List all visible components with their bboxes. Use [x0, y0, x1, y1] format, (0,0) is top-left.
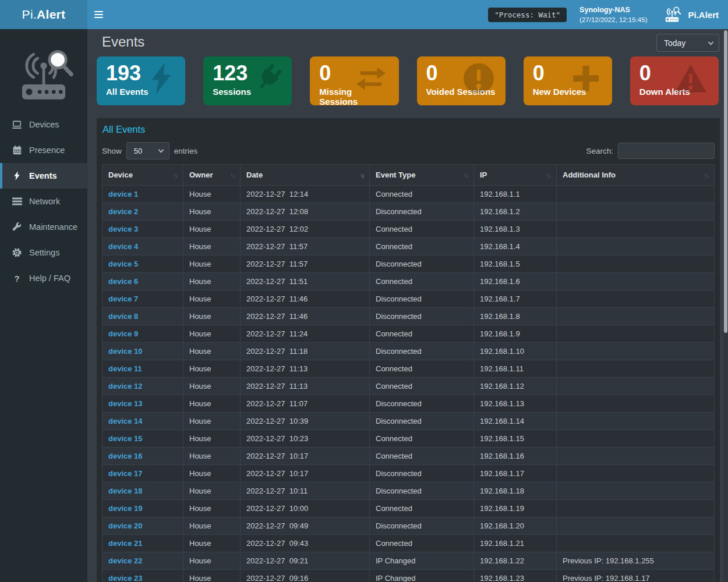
table-controls: Show 50 entries Search: — [102, 142, 715, 159]
date-cell: 2022-12-27 12:08 — [241, 203, 370, 221]
hamburger-menu-icon[interactable] — [94, 7, 109, 22]
table-row: device 2House2022-12-27 12:08Disconnecte… — [103, 203, 715, 221]
event-type-cell: Disconnected — [370, 255, 474, 273]
period-select[interactable]: Today — [656, 34, 719, 52]
column-header-additional-info[interactable]: Additional Info↑↓ — [557, 165, 715, 186]
device-link[interactable]: device 16 — [108, 452, 143, 460]
event-type-cell: Disconnected — [370, 413, 474, 430]
device-link[interactable]: device 5 — [108, 260, 138, 268]
sidebar-item-events[interactable]: Events — [0, 163, 87, 189]
column-header-event-type[interactable]: Event Type↑↓ — [370, 165, 474, 186]
device-link[interactable]: device 6 — [108, 277, 138, 286]
page-length-wrap: 50 — [126, 142, 169, 159]
device-link[interactable]: device 7 — [108, 294, 138, 303]
period-select-wrap: Today — [656, 34, 719, 52]
page-title: Events — [102, 34, 144, 50]
owner-cell: House — [183, 395, 241, 413]
navbar-app-link[interactable]: Pi.Alert — [661, 5, 719, 25]
sidebar-item-help[interactable]: ? Help / FAQ — [0, 265, 87, 291]
table-row: device 8House2022-12-27 11:46Disconnecte… — [103, 308, 715, 325]
device-link[interactable]: device 21 — [108, 539, 143, 548]
date-cell: 2022-12-27 10:17 — [241, 448, 370, 465]
column-header-date[interactable]: Date↑↓ — [241, 165, 370, 186]
ip-cell: 192.168.1.15 — [474, 430, 557, 448]
sidebar-item-network[interactable]: Network — [0, 189, 87, 214]
brand-logo[interactable]: Pi.Alert — [0, 0, 87, 29]
additional-info-cell: Previous IP: 192.168.1.17 — [557, 570, 715, 582]
date-cell: 2022-12-27 12:02 — [241, 221, 370, 238]
ip-cell: 192.168.1.1 — [474, 186, 557, 203]
date-cell: 2022-12-27 11:46 — [241, 290, 370, 308]
ip-cell: 192.168.1.3 — [474, 221, 557, 238]
vertical-scrollbar[interactable] — [723, 29, 728, 582]
card-sessions[interactable]: 123 Sessions — [203, 56, 292, 105]
device-link[interactable]: device 22 — [108, 556, 143, 565]
card-new-devices[interactable]: 0 New Devices — [524, 56, 612, 105]
sidebar-item-devices[interactable]: Devices — [0, 112, 87, 137]
additional-info-cell — [557, 465, 715, 482]
device-cell: device 19 — [103, 500, 183, 517]
device-cell: device 17 — [103, 465, 183, 482]
pialert-logo — [0, 29, 87, 109]
sort-icon: ↑↓ — [464, 172, 468, 179]
device-link[interactable]: device 9 — [108, 329, 138, 338]
owner-cell: House — [183, 430, 241, 448]
owner-cell: House — [183, 552, 241, 570]
device-link[interactable]: device 2 — [108, 207, 138, 216]
card-voided-sessions[interactable]: 0 Voided Sessions — [417, 56, 506, 105]
date-cell: 2022-12-27 09:49 — [241, 517, 370, 535]
owner-cell: House — [183, 500, 241, 517]
additional-info-cell — [557, 273, 715, 290]
device-link[interactable]: device 3 — [108, 225, 138, 233]
search-input[interactable] — [618, 143, 715, 159]
device-link[interactable]: device 8 — [108, 312, 138, 321]
device-link[interactable]: device 13 — [108, 399, 143, 408]
sidebar-item-presence[interactable]: Presence — [0, 137, 87, 163]
scrollbar-thumb[interactable] — [724, 30, 727, 333]
owner-cell: House — [183, 221, 241, 238]
table-row: device 10House2022-12-27 11:18Disconnect… — [103, 343, 715, 360]
top-navbar: Pi.Alert "Process: Wait" Synology-NAS (2… — [0, 0, 728, 29]
additional-info-cell — [557, 325, 715, 343]
device-link[interactable]: device 18 — [108, 487, 143, 495]
device-link[interactable]: device 19 — [108, 504, 143, 513]
exchange-arrows-icon — [355, 66, 387, 93]
event-type-cell: IP Changed — [370, 570, 474, 582]
table-row: device 7House2022-12-27 11:46Disconnecte… — [103, 290, 715, 308]
device-link[interactable]: device 14 — [108, 417, 143, 425]
ip-cell: 192.168.1.21 — [474, 535, 557, 552]
card-down-alerts[interactable]: 0 Down Alerts — [630, 56, 719, 105]
card-missing-sessions[interactable]: 0 Missing Sessions — [310, 56, 398, 105]
table-row: device 4House2022-12-27 11:57Connected19… — [103, 238, 715, 255]
device-link[interactable]: device 1 — [108, 190, 138, 198]
device-link[interactable]: device 10 — [108, 347, 143, 356]
sort-icon: ↑↓ — [704, 172, 708, 179]
device-link[interactable]: device 23 — [108, 574, 143, 582]
additional-info-cell — [557, 378, 715, 395]
sidebar-item-settings[interactable]: Settings — [0, 240, 87, 265]
column-header-device[interactable]: Device↑↓ — [103, 165, 183, 186]
date-cell: 2022-12-27 11:13 — [241, 378, 370, 395]
column-header-owner[interactable]: Owner↑↓ — [183, 165, 241, 186]
sidebar-item-maintenance[interactable]: Maintenance — [0, 214, 87, 240]
ip-cell: 192.168.1.22 — [474, 552, 557, 570]
device-link[interactable]: device 12 — [108, 382, 143, 391]
page-length-select[interactable]: 50 — [126, 142, 169, 159]
event-type-cell: Connected — [370, 430, 474, 448]
ip-cell: 192.168.1.18 — [474, 482, 557, 500]
column-header-ip[interactable]: IP↑↓ — [474, 165, 557, 186]
ip-cell: 192.168.1.19 — [474, 500, 557, 517]
card-all-events[interactable]: 193 All Events — [97, 56, 185, 105]
device-link[interactable]: device 15 — [108, 434, 143, 443]
device-link[interactable]: device 20 — [108, 521, 143, 530]
device-link[interactable]: device 11 — [108, 364, 142, 373]
ip-cell: 192.168.1.20 — [474, 517, 557, 535]
sidebar-item-label: Events — [29, 171, 57, 180]
device-link[interactable]: device 17 — [108, 469, 143, 478]
device-cell: device 13 — [103, 395, 183, 413]
device-cell: device 6 — [103, 273, 183, 290]
additional-info-cell — [557, 448, 715, 465]
device-cell: device 4 — [103, 238, 183, 255]
device-link[interactable]: device 4 — [108, 242, 138, 251]
sidebar-item-label: Settings — [29, 248, 59, 257]
